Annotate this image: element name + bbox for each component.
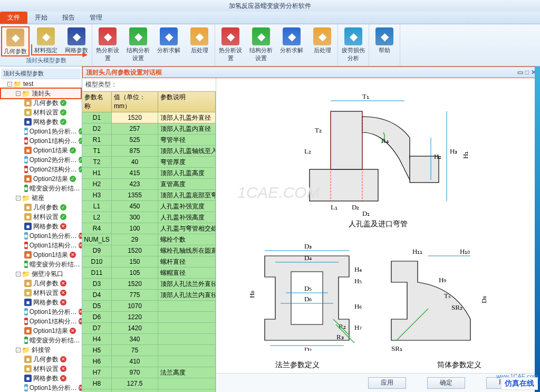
tree-item[interactable]: ■Option1结果✕ [1,250,81,260]
svg-text:D₃: D₃ [304,242,312,250]
tree-item[interactable]: ■Option1热分析…✕ [1,231,81,241]
param-row[interactable]: D11105螺帽直径 [82,267,216,279]
param-row[interactable]: L2300人孔盖补强高度 [82,212,216,223]
tree-item[interactable]: ■几何参数✓ [1,98,81,108]
svg-text:H₁: H₁ [461,151,469,158]
ribbon-后处理[interactable]: ◆后处理 [185,26,214,62]
param-row[interactable]: H31355顶部人孔盖底部至弯… [82,190,216,201]
svg-text:H₁₀: H₁₀ [460,247,470,255]
tree-item[interactable]: ■蠕变疲劳分析结…✕ [1,260,81,269]
tree-item[interactable]: ■Option1热分析…✕ [1,383,81,392]
tree-group-顶封头[interactable]: -📁顶封头 [1,89,81,98]
ribbon-分析求解[interactable]: ◆分析求解 [277,26,306,62]
ribbon-后处理[interactable]: ◆后处理 [308,26,336,62]
param-row[interactable]: R220 [82,389,216,392]
param-row[interactable]: D91520螺栓孔轴线所在圆直径 [82,245,216,256]
param-row[interactable]: T240弯管厚度 [82,157,216,168]
tab-file[interactable]: 文件 [0,12,27,24]
ribbon-结构分析设置[interactable]: ◆结构分析设置 [124,26,152,62]
diagram-barrel: H₁₁ H₁₀ H₉ Tₛ SR₂ SR₁ D₈ [381,240,513,351]
ok-button[interactable]: 确定 [427,377,465,389]
param-row[interactable]: D10150螺杆直径 [82,256,216,267]
tree-item[interactable]: ■Option1热分析…✕ [1,307,81,317]
minimize-icon[interactable]: ▭ [517,69,523,76]
param-row[interactable]: H2423直管高度 [82,179,216,190]
hdr-name: 参数名称 [82,92,112,112]
svg-text:H₄: H₄ [354,265,362,273]
param-header: 参数名称 值（单位：mm） 参数说明 [82,91,216,112]
tree-header: 顶封头模型参数 [1,69,81,79]
tree-item[interactable]: ■Option2结构分…✓ [1,165,81,174]
tree-item[interactable]: ■Option2热分析…✓ [1,155,81,165]
param-row[interactable]: R1525弯管半径 [82,135,216,146]
param-row[interactable]: T1875顶部人孔盖轴线至入… [82,146,216,157]
tree-item[interactable]: ■材料设置✕ [1,288,81,298]
maximize-icon[interactable]: □ [525,69,529,76]
param-row[interactable]: D4775顶部人孔法兰内直径 [82,290,216,301]
tree-item[interactable]: ■网格参数✓ [1,117,81,127]
tree-item[interactable]: ■Option2结果✓ [1,174,81,184]
param-row[interactable]: H6410 [82,356,216,367]
tree-item[interactable]: ■几何参数✕ [1,279,81,288]
param-row[interactable]: D11520顶部人孔盖外直径 [82,112,216,123]
tree-item[interactable]: ■材料设置✕ [1,364,81,374]
tree-item[interactable]: ■网格参数✕ [1,222,81,231]
svg-text:SR₁: SR₁ [391,345,402,351]
caption-2: 法兰参数定义 [216,359,378,373]
svg-text:D₇: D₇ [304,346,312,351]
tree-group-侧壁冷氢口[interactable]: -📁侧壁冷氢口 [1,269,81,279]
caption-1: 人孔盖及进口弯管 [216,218,540,232]
diagram-pane: T₁ H₃ H₂ L₂ L₁ D₂ D₁ R₄ T₂ H₁ 人孔盖及进口弯管 [216,78,540,392]
tab-start[interactable]: 开始 [27,12,55,24]
tab-report[interactable]: 报告 [55,12,82,24]
tree-item[interactable]: ■蠕变疲劳分析结…✕ [1,336,81,345]
ribbon-材料指定[interactable]: ◆材料指定 [32,26,60,56]
param-row[interactable]: H4340 [82,334,216,345]
ribbon-热分析设置[interactable]: ◆热分析设置 [93,26,122,62]
apply-button[interactable]: 应用 [368,377,406,389]
ribbon-网格参数[interactable]: ◆网格参数 [62,26,91,56]
tree-item[interactable]: ■蠕变疲劳分析结…✓ [1,184,81,193]
tree-panel: 顶封头模型参数 -📁test-📁顶封头■几何参数✓■材料设置✓■网格参数✓■Op… [0,66,82,392]
tab-manage[interactable]: 管理 [82,12,110,24]
param-row[interactable]: D71420 [82,323,216,334]
tree-item[interactable]: ■几何参数✓ [1,203,81,212]
param-row[interactable]: D2257顶部人孔盖内直径 [82,123,216,135]
ribbon-疲劳损伤分析[interactable]: ◆疲劳损伤分析 [339,26,368,62]
tree-item[interactable]: ■Option1结构分…✓ [1,136,81,146]
param-row[interactable]: H8127.5 [82,378,216,389]
param-row[interactable]: D31520顶部人孔法兰外直径 [82,279,216,290]
svg-text:H₂: H₂ [434,152,441,160]
app-title: 加氢反应器蠕变疲劳分析软件 [0,2,540,11]
tree-item[interactable]: ■Option1结构分…✕ [1,241,81,250]
tree-item[interactable]: ■Option1结果✓ [1,146,81,155]
tree-item[interactable]: ■Option1结果✕ [1,326,81,336]
tree-item[interactable]: ■几何参数✕ [1,355,81,364]
param-row[interactable]: H7970法兰高度 [82,367,216,378]
param-row[interactable]: NUM_LS29螺栓个数 [82,234,216,245]
tree-item[interactable]: ■Option1热分析…✓ [1,127,81,136]
ribbon-分析求解[interactable]: ◆分析求解 [155,26,183,62]
ribbon-结构分析设置[interactable]: ◆结构分析设置 [247,26,275,62]
svg-text:R₄: R₄ [381,137,389,145]
dialog-footer: 应用 确定 取消 [216,373,540,392]
param-row[interactable]: L1450人孔盖补强宽度 [82,201,216,212]
caption-3: 筒体参数定义 [378,359,540,373]
param-row[interactable]: R4100人孔盖与弯管相交处倒角 [82,223,216,234]
tree-item[interactable]: ■材料设置✓ [1,212,81,222]
ribbon-几何参数[interactable]: ◆几何参数 [1,26,30,56]
tree-group-斜接管[interactable]: -📁斜接管 [1,345,81,355]
tree-item[interactable]: ■Option1结构分…✕ [1,317,81,326]
svg-text:D₆: D₆ [304,295,312,303]
tree-item[interactable]: ■网格参数✕ [1,298,81,307]
tree-item[interactable]: ■网格参数✕ [1,374,81,383]
param-row[interactable]: H1415顶部人孔盖高度 [82,168,216,179]
tree-root[interactable]: -📁test [1,79,81,89]
ribbon-帮助[interactable]: ◆帮助 [370,26,399,54]
tree-group-裙座[interactable]: -📁裙座 [1,193,81,203]
ribbon-热分析设置[interactable]: ◆热分析设置 [216,26,245,62]
param-row[interactable]: D61220 [82,312,216,323]
param-row[interactable]: D51070 [82,301,216,312]
param-row[interactable]: H575 [82,345,216,356]
tree-item[interactable]: ■材料设置✓ [1,108,81,117]
